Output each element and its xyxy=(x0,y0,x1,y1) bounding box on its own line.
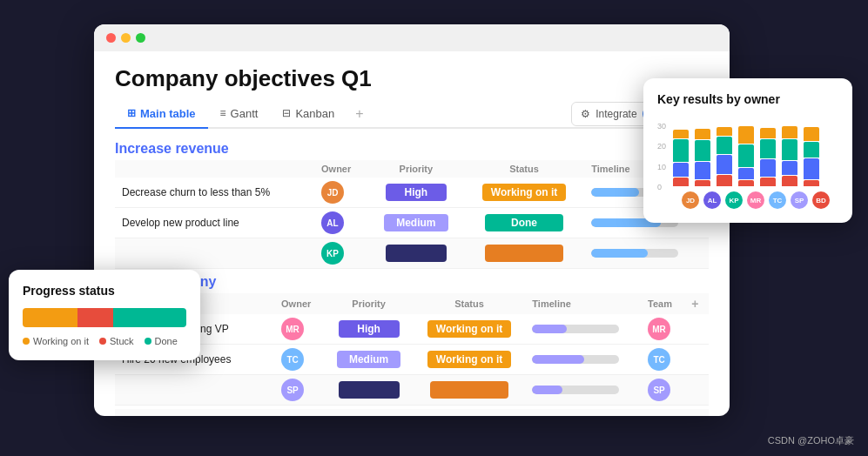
chart-y-labels: 30 20 10 0 xyxy=(657,122,666,209)
dot-red[interactable] xyxy=(106,33,116,43)
col-task-1 xyxy=(115,160,314,178)
timeline-fill xyxy=(591,188,639,197)
section-scale-company-table: Owner Priority Status Timeline Team + Hi… xyxy=(115,293,709,406)
status-cell xyxy=(464,238,584,269)
table-header-row-1: Owner Priority Status Timeline xyxy=(115,160,709,178)
team-cell: TC xyxy=(641,345,684,375)
progress-legend: Working on it Stuck Done xyxy=(23,336,186,346)
legend-label-stuck: Stuck xyxy=(110,336,134,346)
task-name-empty xyxy=(115,238,314,269)
bar-seg-orange xyxy=(782,126,797,138)
status-cell: Done xyxy=(464,208,584,238)
timeline-cell xyxy=(584,238,709,269)
timeline-cell xyxy=(525,345,641,375)
add-column-button-3[interactable]: + xyxy=(691,412,698,416)
bar-seg-teal xyxy=(717,137,732,154)
status-badge: Working on it xyxy=(427,351,511,368)
integrate-icon: ⚙ xyxy=(581,108,590,120)
bar-seg-orange xyxy=(804,127,819,141)
bar-seg-blue xyxy=(760,159,776,177)
timeline-fill xyxy=(532,325,567,333)
timeline-bar xyxy=(591,249,678,258)
col-add-2[interactable]: + xyxy=(684,293,709,314)
col-priority-2: Priority xyxy=(325,293,414,314)
tab-main-table[interactable]: ⊞ Main table xyxy=(115,102,208,129)
bar-seg-red xyxy=(695,180,710,186)
bar-seg-red xyxy=(673,178,689,186)
priority-badge xyxy=(339,381,400,399)
avatar: SP xyxy=(281,379,304,401)
col-add-3[interactable]: + xyxy=(684,409,709,416)
col-owner-1: Owner xyxy=(314,160,368,178)
bar-6 xyxy=(782,125,799,186)
window-content: Company objectives Q1 ⊞ Main table ≡ Gan… xyxy=(94,65,730,416)
priority-badge: Medium xyxy=(337,351,400,368)
avatar: MR xyxy=(281,318,304,340)
chart-avatar-1: JD xyxy=(682,191,699,209)
status-badge xyxy=(485,245,563,262)
col-timeline-3: Timeline xyxy=(524,409,640,416)
progress-segment-working xyxy=(23,308,77,327)
tab-add-button[interactable]: + xyxy=(347,101,372,129)
bar-3 xyxy=(717,125,734,186)
task-name: Develop new product line xyxy=(115,208,314,238)
bar-seg-red xyxy=(804,180,819,186)
priority-badge: High xyxy=(339,320,400,338)
bar-seg-orange xyxy=(738,126,754,144)
col-timeline-2: Timeline xyxy=(525,293,641,314)
bar-seg-blue xyxy=(695,162,710,179)
tab-main-table-label: Main table xyxy=(140,107,196,120)
task-name: Decrease churn to less than 5% xyxy=(115,178,314,208)
bar-seg-blue xyxy=(717,155,732,174)
chart-avatar-3: KP xyxy=(725,191,743,209)
col-status-2: Status xyxy=(414,293,526,314)
col-priority-1: Priority xyxy=(368,160,464,178)
table-row: SP xyxy=(115,375,709,406)
empty-cell xyxy=(684,345,709,375)
legend-dot-working xyxy=(23,338,30,345)
y-label-0: 0 xyxy=(657,183,666,191)
bar-seg-orange xyxy=(717,127,732,136)
key-results-title: Key results by owner xyxy=(657,92,838,106)
dot-yellow[interactable] xyxy=(121,33,131,43)
chart-avatar-7: BD xyxy=(812,191,830,209)
chart-avatar-5: TC xyxy=(769,191,786,209)
team-avatar: SP xyxy=(648,379,670,401)
chart-avatar-6: SP xyxy=(791,191,808,209)
owner-cell: JD xyxy=(314,178,368,208)
table-icon: ⊞ xyxy=(127,107,136,119)
add-column-button[interactable]: + xyxy=(691,297,698,311)
chart-area: JD AL KP MR TC SP BD xyxy=(673,117,838,209)
priority-cell: Medium xyxy=(325,345,414,375)
progress-bar xyxy=(23,308,186,327)
owner-cell: SP xyxy=(274,375,324,406)
section-3-table: Owner Priority Status Timeline Team + ⚑ … xyxy=(115,409,709,416)
status-badge xyxy=(430,381,508,399)
avatar: JD xyxy=(321,181,344,204)
team-cell: SP xyxy=(641,375,684,406)
owner-cell: AL xyxy=(314,208,368,238)
bar-seg-blue xyxy=(673,163,689,177)
tab-gantt[interactable]: ≡ Gantt xyxy=(208,102,271,129)
bars-container xyxy=(673,117,838,186)
bar-5 xyxy=(760,125,777,186)
priority-badge: Medium xyxy=(384,214,447,231)
table-row: Hire new marketing VP MR High Working on… xyxy=(115,314,709,345)
gantt-icon: ≡ xyxy=(220,107,226,119)
progress-card-title: Progress status xyxy=(23,284,186,298)
bar-seg-orange xyxy=(760,128,776,138)
tab-kanban[interactable]: ⊟ Kanban xyxy=(270,102,347,129)
key-results-card: Key results by owner 30 20 10 0 xyxy=(643,78,852,223)
avatar: TC xyxy=(281,348,304,371)
bar-seg-teal xyxy=(738,144,754,167)
bar-seg-teal xyxy=(673,139,689,162)
col-owner-2: Owner xyxy=(274,293,324,314)
integrate-label: Integrate xyxy=(595,108,636,120)
priority-cell: High xyxy=(368,178,464,208)
empty-cell xyxy=(684,314,709,345)
bar-seg-orange xyxy=(695,129,710,139)
dot-green[interactable] xyxy=(136,33,145,43)
legend-label-done: Done xyxy=(155,336,178,346)
team-cell: MR xyxy=(641,314,684,345)
kanban-icon: ⊟ xyxy=(282,107,291,119)
